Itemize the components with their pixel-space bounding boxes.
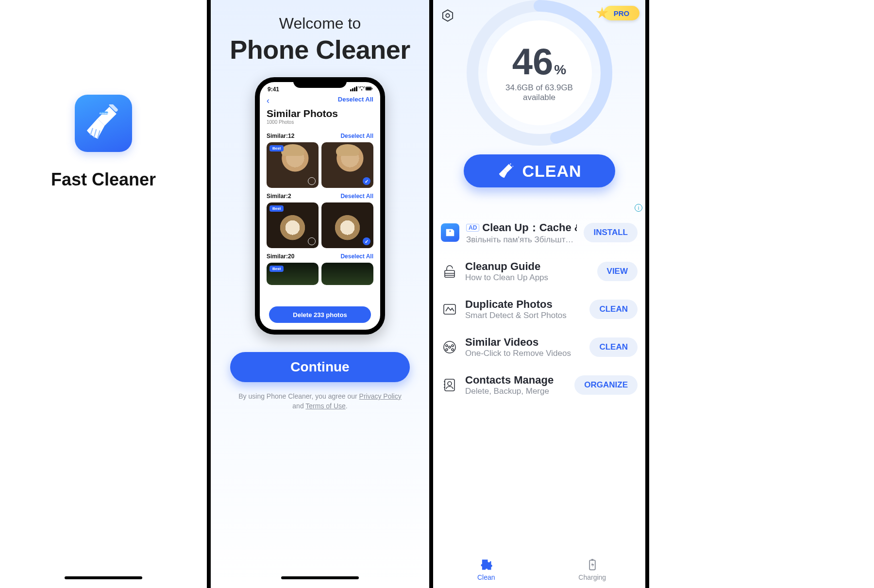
list-item[interactable]: Duplicate Photos Smart Detect & Sort Pho… <box>439 290 639 328</box>
storage-text: 34.6GB of 63.9GB available <box>505 83 573 102</box>
best-badge: Best <box>269 145 284 151</box>
clean-action-button[interactable]: CLEAN <box>589 300 638 319</box>
ad-app-icon <box>441 223 459 242</box>
svg-point-21 <box>446 345 448 347</box>
svg-rect-5 <box>354 87 355 91</box>
item-subtitle: One-Click to Remove Videos <box>465 349 583 358</box>
phone-screen: 9:41 <box>260 82 380 330</box>
select-tick-icon[interactable] <box>363 237 370 245</box>
welcome-panel: Welcome to Phone Cleaner 9:41 <box>211 0 433 588</box>
svg-marker-11 <box>443 10 453 21</box>
svg-rect-3 <box>350 89 352 91</box>
splash-panel: CLEANER Fast Cleaner <box>0 0 211 588</box>
photo-thumb[interactable]: Best <box>267 202 319 248</box>
svg-rect-26 <box>445 379 454 391</box>
svg-point-27 <box>448 382 452 386</box>
photo-thumb[interactable] <box>321 142 373 188</box>
group-name: Similar:12 <box>267 133 294 139</box>
deselect-all[interactable]: Deselect All <box>340 253 373 260</box>
item-title: Contacts Manage <box>465 374 568 386</box>
svg-point-16 <box>510 164 511 165</box>
clean-action-button[interactable]: CLEAN <box>589 337 638 357</box>
deselect-all[interactable]: Deselect All <box>340 133 373 139</box>
photo-thumb[interactable]: Best <box>267 142 319 188</box>
item-title: Duplicate Photos <box>465 298 583 311</box>
view-button[interactable]: VIEW <box>597 262 638 281</box>
privacy-link[interactable]: Privacy Policy <box>359 392 402 400</box>
storage-gauge: 46% 34.6GB of 63.9GB available <box>467 0 612 146</box>
deselect-all-top[interactable]: Deselect All <box>338 96 373 106</box>
svg-rect-10 <box>372 88 373 89</box>
broom-icon: CLEANER <box>84 104 122 142</box>
svg-point-20 <box>444 341 455 353</box>
select-dot[interactable] <box>308 237 316 245</box>
svg-point-12 <box>446 14 449 17</box>
mock-title: Similar Photos <box>260 106 380 119</box>
list-item[interactable]: Contacts Manage Delete, Backup, Merge OR… <box>439 366 639 404</box>
status-time: 9:41 <box>268 86 279 93</box>
broom-icon <box>497 162 515 180</box>
svg-point-23 <box>446 349 448 351</box>
svg-point-22 <box>452 345 454 347</box>
feature-list: AD Clean Up：Cache & D… Звільніть пам'ять… <box>433 213 645 404</box>
svg-point-25 <box>449 346 451 348</box>
clean-button[interactable]: CLEAN <box>464 154 615 187</box>
svg-point-24 <box>452 349 454 351</box>
list-item[interactable]: Similar Videos One-Click to Remove Video… <box>439 328 639 366</box>
tab-clean[interactable]: Clean <box>433 551 539 588</box>
contacts-icon <box>441 376 458 394</box>
svg-rect-9 <box>366 87 371 90</box>
status-icons <box>350 86 372 93</box>
terms-link[interactable]: Terms of Use <box>305 402 345 410</box>
tab-charging[interactable]: Charging <box>539 551 646 588</box>
guide-icon <box>441 263 458 280</box>
terms-text: By using Phone Cleaner, you agree our Pr… <box>211 392 429 411</box>
tab-bar: Clean Charging <box>433 551 645 588</box>
best-badge: Best <box>269 266 284 272</box>
item-title: Similar Videos <box>465 336 583 349</box>
battery-icon <box>586 558 599 571</box>
ad-row[interactable]: AD Clean Up：Cache & D… Звільніть пам'ять… <box>439 213 639 252</box>
continue-button[interactable]: Continue <box>230 352 410 382</box>
svg-point-17 <box>513 166 514 167</box>
select-tick-icon[interactable] <box>363 177 370 185</box>
main-panel: PRO 46% 34.6GB of 63.9GB available <box>433 0 649 588</box>
photo-thumb[interactable] <box>321 263 373 285</box>
photo-thumb[interactable] <box>321 202 373 248</box>
ad-subtitle: Звільніть пам'ять Збільште о… <box>466 235 577 245</box>
videos-icon <box>441 338 458 356</box>
select-dot[interactable] <box>308 177 316 185</box>
blank-panel <box>649 0 865 588</box>
welcome-title: Phone Cleaner <box>211 34 429 65</box>
item-subtitle: Smart Detect & Sort Photos <box>465 311 583 320</box>
puzzle-icon <box>479 558 493 571</box>
delete-photos-button[interactable]: Delete 233 photos <box>269 306 371 323</box>
svg-rect-4 <box>352 88 353 91</box>
home-indicator[interactable] <box>281 576 359 579</box>
best-badge: Best <box>269 205 284 212</box>
item-subtitle: How to Clean Up Apps <box>465 273 590 283</box>
home-indicator[interactable] <box>65 576 142 579</box>
mock-subtitle: 1000 Photos <box>260 119 380 128</box>
storage-percent: 46% <box>512 43 566 80</box>
group-name: Similar:20 <box>267 253 294 260</box>
deselect-all[interactable]: Deselect All <box>340 193 373 200</box>
settings-button[interactable] <box>440 8 455 23</box>
item-subtitle: Delete, Backup, Merge <box>465 386 568 396</box>
organize-button[interactable]: ORGANIZE <box>574 375 638 395</box>
ad-title: AD Clean Up：Cache & D… <box>466 220 577 235</box>
ad-info-icon[interactable]: i <box>635 204 642 212</box>
svg-point-7 <box>361 89 362 90</box>
photos-icon <box>441 301 458 318</box>
svg-rect-29 <box>591 559 593 561</box>
ad-install-button[interactable]: INSTALL <box>584 223 638 242</box>
app-icon: CLEANER <box>75 95 132 152</box>
back-chevron-icon[interactable]: ‹ <box>267 96 269 106</box>
svg-rect-6 <box>356 86 357 91</box>
photo-thumb[interactable]: Best <box>267 263 319 285</box>
group-name: Similar:2 <box>267 193 291 200</box>
list-item[interactable]: Cleanup Guide How to Clean Up Apps VIEW <box>439 252 639 290</box>
item-title: Cleanup Guide <box>465 260 590 273</box>
phone-notch <box>293 77 347 88</box>
gear-icon <box>441 9 454 22</box>
